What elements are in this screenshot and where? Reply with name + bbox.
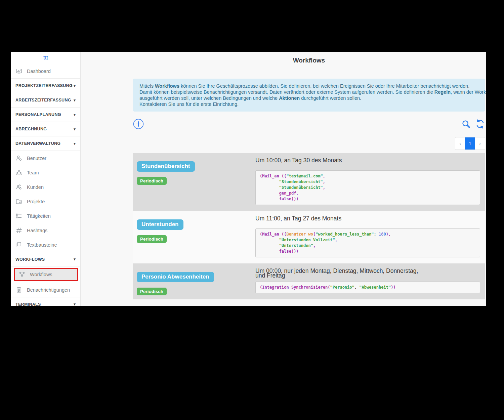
code-token: , — [323, 185, 325, 190]
page-title: Workflows — [133, 57, 485, 64]
code-token: (Integration Synchronisieren( — [260, 285, 330, 290]
sidebar-item-taetigkeiten[interactable]: Tätigkeiten — [11, 209, 80, 223]
pagination-next-button[interactable]: › — [475, 137, 485, 150]
refresh-button[interactable] — [475, 119, 485, 130]
user-gear-icon — [15, 155, 23, 162]
code-token: 180 — [376, 232, 386, 237]
text-blocks-icon — [15, 241, 23, 248]
code-line: "Unterstunden", — [260, 243, 476, 249]
info-line: ausgeführt werden soll, unter welchen Be… — [139, 95, 478, 101]
sidebar-item-label: Workflows — [30, 272, 52, 277]
info-box: Mittels Workflows können Sie Ihre Geschä… — [133, 79, 485, 112]
sidebar-item-label: Textbausteine — [27, 242, 57, 248]
code-token: , — [354, 285, 359, 290]
customers-gear-icon — [15, 183, 23, 191]
workflow-type-badge: Periodisch — [137, 235, 167, 243]
workflow-row-personio-abwesenheiten: Personio Abwesenheiten Periodisch Um 00:… — [133, 263, 485, 299]
code-token: "worked_hours_less_than" — [316, 232, 374, 237]
section-label: PERSONALPLANUNG — [15, 112, 61, 117]
workflow-code: (Mail_an ((Benutzer wo("worked_hours_les… — [255, 228, 480, 257]
chevron-down-icon: ▾ — [74, 141, 76, 146]
search-button[interactable] — [461, 119, 471, 130]
code-token: (Mail_an (( — [260, 232, 286, 237]
sidebar-item-label: Dashboard — [27, 69, 51, 74]
sidebar-section-datenverwaltung[interactable]: DATENVERWALTUNG ▾ — [11, 136, 80, 151]
sidebar-item-team[interactable]: Team — [11, 165, 80, 180]
code-token: , — [313, 243, 316, 248]
dashboard-icon — [15, 68, 23, 75]
code-token: ), — [386, 232, 391, 237]
code-token: false))) — [260, 249, 299, 254]
sidebar-item-label: Kunden — [27, 184, 44, 190]
hashtag-icon — [15, 227, 23, 234]
sidebar-section-projektzeiterfassung[interactable]: PROJEKTZEITERFASSUNG ▾ — [11, 79, 80, 93]
sidebar-item-textbausteine[interactable]: Textbausteine — [11, 238, 80, 252]
workflow-name-badge[interactable]: Unterstunden — [137, 219, 183, 230]
code-token: false))) — [260, 197, 299, 201]
chevron-down-icon: ▾ — [74, 84, 76, 88]
code-line: (Mail_an ((Benutzer wo("worked_hours_les… — [260, 232, 476, 237]
chevron-down-icon: ▾ — [74, 98, 76, 102]
add-workflow-button[interactable] — [133, 118, 144, 131]
sidebar-item-label: Benachrichtigungen — [27, 287, 70, 293]
sidebar-item-benachrichtigungen[interactable]: Benachrichtigungen — [11, 283, 80, 297]
workflow-row-unterstunden: Unterstunden Periodisch Um 11:00, an Tag… — [133, 211, 485, 263]
code-token: "Abwesenheit" — [359, 285, 391, 290]
code-token: gen_pdf, — [260, 191, 299, 196]
sidebar-item-dashboard[interactable]: Dashboard — [11, 64, 80, 79]
code-line: (Mail_an (("test@mail.com", — [260, 173, 476, 179]
code-line: false))) — [260, 249, 476, 254]
code-line: false))) — [260, 196, 476, 202]
sidebar-item-label: Projekte — [27, 199, 45, 204]
app-logo[interactable]: ttt — [11, 52, 80, 64]
code-line: gen_pdf, — [260, 191, 476, 196]
activities-list-icon — [15, 212, 23, 219]
code-token: (Mail_an (( — [260, 174, 286, 178]
workflow-schedule: Um 11:00, an Tag 27 des Monats — [255, 214, 480, 222]
sidebar-item-benutzer[interactable]: Benutzer — [11, 151, 80, 165]
sidebar-item-hashtags[interactable]: Hashtags — [11, 223, 80, 238]
section-label: ABRECHNUNG — [15, 127, 47, 131]
chevron-down-icon: ▾ — [74, 257, 76, 261]
sidebar-section-personalplanung[interactable]: PERSONALPLANUNG ▾ — [11, 108, 80, 122]
sidebar-item-workflows[interactable]: Workflows — [14, 268, 78, 281]
sidebar-item-kunden[interactable]: Kunden — [11, 180, 80, 194]
sidebar-item-label: Tätigkeiten — [27, 213, 51, 219]
sidebar: ttt Dashboard PROJEKTZEITERFASSUNG ▾ ARB… — [11, 52, 81, 306]
sidebar-section-terminals[interactable]: TERMINALS ▾ — [11, 297, 80, 306]
pagination-page-1[interactable]: 1 — [465, 137, 475, 150]
code-token: )) — [391, 285, 395, 290]
code-token: "Personio" — [330, 285, 354, 290]
workflow-name-badge[interactable]: Personio Abwesenheiten — [137, 272, 214, 282]
workflow-list: Stundenübersicht Periodisch Um 10:00, an… — [133, 153, 485, 299]
pagination-prev-button[interactable]: ‹ — [455, 137, 465, 150]
sidebar-item-label: Benutzer — [27, 156, 46, 161]
plus-circle-icon — [133, 118, 144, 131]
sidebar-section-arbeitszeiterfassung[interactable]: ARBEITSZEITERFASSUNG ▾ — [11, 93, 80, 108]
code-line: "Stundenübersicht", — [260, 185, 476, 191]
sidebar-item-label: Hashtags — [27, 228, 47, 233]
refresh-icon — [475, 119, 485, 130]
team-icon — [15, 169, 23, 176]
code-token: , — [323, 174, 325, 178]
code-line: "Unterstunden Vollzeit", — [260, 237, 476, 243]
workflow-row-stundenuebersicht: Stundenübersicht Periodisch Um 10:00, an… — [133, 153, 485, 211]
section-label: ARBEITSZEITERFASSUNG — [15, 98, 71, 102]
code-line: "Stundenübersicht", — [260, 179, 476, 185]
section-label: WORKFLOWS — [15, 257, 45, 262]
workflow-type-badge: Periodisch — [137, 288, 167, 295]
pagination: ‹ 1 › — [455, 137, 485, 150]
sidebar-item-projekte[interactable]: Projekte — [11, 194, 80, 209]
code-token: Benutzer wo — [286, 232, 313, 237]
sidebar-section-abrechnung[interactable]: ABRECHNUNG ▾ — [11, 122, 80, 136]
workflow-code: (Mail_an (("test@mail.com", "Stundenüber… — [255, 170, 480, 205]
main-content: Workflows Mittels Workflows können Sie I… — [81, 52, 486, 306]
sidebar-section-workflows[interactable]: WORKFLOWS ▾ — [11, 252, 80, 266]
workflow-code: (Integration Synchronisieren("Personio",… — [255, 282, 480, 293]
code-token: "Stundenübersicht" — [260, 179, 323, 184]
section-label: TERMINALS — [15, 302, 41, 306]
workflow-name-badge[interactable]: Stundenübersicht — [137, 161, 195, 172]
code-token: "Unterstunden" — [260, 243, 313, 248]
section-label: DATENVERWALTUNG — [15, 141, 60, 146]
project-folder-icon — [15, 198, 23, 205]
